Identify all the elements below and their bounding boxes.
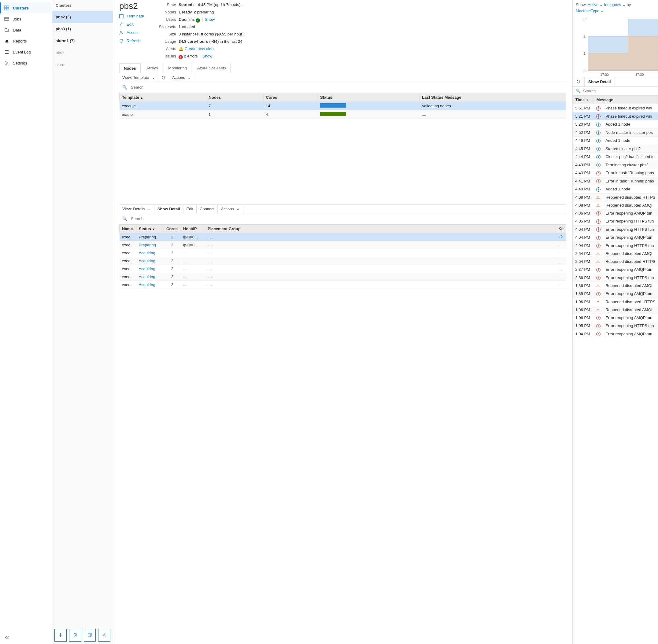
event-row[interactable]: 4:40 PMiAdded 1 node (573, 185, 658, 193)
event-row[interactable]: 4:05 PM!Error reopening HTTPS tun (573, 217, 658, 226)
col-name[interactable]: Name (119, 225, 136, 233)
event-row[interactable]: 4:06 PM!Error reopening AMQP tun (573, 209, 658, 217)
event-row[interactable]: 4:44 PMiCluster pbs2 has finished te (573, 153, 658, 161)
col-time[interactable]: Time (573, 96, 594, 104)
tab-monitoring[interactable]: Monitoring (164, 63, 191, 73)
col-cores[interactable]: Cores (164, 225, 181, 233)
lower-connect-button[interactable]: Connect (197, 205, 218, 213)
nav-clusters[interactable]: Clusters (0, 2, 52, 14)
event-row[interactable]: 4:43 PMiTerminating cluster pbs2 (573, 161, 658, 169)
event-row[interactable]: 5:20 PMiAdded 1 node (573, 120, 658, 129)
event-row[interactable]: 1:06 PM⚠Reopened disrupted HTTPS (573, 298, 658, 306)
lower-actions-dropdown[interactable]: Actions (218, 205, 243, 213)
upper-search-input[interactable] (130, 84, 563, 91)
nav-jobs[interactable]: Jobs (0, 14, 52, 24)
event-row[interactable]: 5:51 PM!Phase timeout expired whi (573, 104, 658, 113)
warning-icon: ⚠ (596, 283, 600, 288)
access-action[interactable]: Access (119, 29, 144, 36)
event-row[interactable]: 1:06 PM!Error reopening AMQP tun (573, 314, 658, 322)
cluster-settings-button[interactable] (98, 629, 110, 642)
node-row[interactable]: exec...Acquiring2............ (119, 281, 566, 289)
event-row[interactable]: 4:43 PM!Error in task "Running phas (573, 169, 658, 177)
cluster-item[interactable]: pbs1 (52, 47, 113, 59)
col-pg[interactable]: Placement Group (205, 225, 556, 233)
events-show-detail-button[interactable]: Show Detail (585, 77, 615, 87)
upper-refresh-button[interactable] (158, 74, 169, 82)
search-icon: 🔍 (122, 85, 127, 90)
events-refresh-button[interactable] (573, 77, 585, 87)
create-alert-link[interactable]: Create new alert (185, 46, 214, 51)
event-row[interactable]: 4:46 PMiAdded 1 node (573, 137, 658, 145)
node-row[interactable]: exec...Preparing2ip-0A0........... (119, 241, 566, 249)
event-row[interactable]: 4:52 PMiNode master in cluster pbs (573, 129, 658, 137)
tab-nodes[interactable]: Nodes (119, 63, 141, 73)
template-row[interactable]: execute714Validating nodes (119, 102, 566, 110)
cluster-item[interactable]: slurm (52, 59, 113, 71)
issues-show-link[interactable]: Show (202, 54, 212, 59)
event-row[interactable]: 2:54 PM⚠Reopened disrupted AMQI (573, 250, 658, 258)
col-lsm[interactable]: Last Status Message (419, 93, 566, 102)
event-row[interactable]: 4:41 PM!Error in task "Running phas (573, 177, 658, 185)
svg-rect-1 (7, 6, 9, 8)
terminate-action[interactable]: Terminate (119, 13, 144, 19)
event-row[interactable]: 4:04 PM!Error reopening HTTPS tun (573, 225, 658, 233)
events-search-input[interactable] (583, 89, 655, 93)
event-row[interactable]: 4:08 PM⚠Reopened disrupted HTTPS (573, 193, 658, 201)
event-row[interactable]: 2:54 PM⚠Reopened disrupted HTTPS (573, 258, 658, 266)
size-value: 3 instances, 8 cores ($0.55 per hour) (179, 31, 566, 37)
event-row[interactable]: 1:35 PM!Error reopening AMQP tun (573, 290, 658, 298)
lower-edit-button[interactable]: Edit (183, 205, 197, 213)
col-nodes[interactable]: Nodes (206, 93, 263, 102)
event-row[interactable]: 4:04 PM!Error reopening AMQP tun (573, 233, 658, 242)
jobs-icon (4, 17, 9, 21)
nav-settings[interactable]: Settings (0, 58, 52, 68)
nav-data[interactable]: Data (0, 24, 52, 36)
delete-cluster-button[interactable] (69, 629, 81, 642)
event-row[interactable]: 1:06 PM⚠Reopened disrupted AMQI (573, 306, 658, 314)
nav-collapse-button[interactable] (0, 631, 52, 644)
refresh-action[interactable]: Refresh (119, 38, 144, 44)
col-ke[interactable]: Ke (556, 225, 566, 233)
upper-actions-dropdown[interactable]: Actions (169, 73, 195, 82)
node-row[interactable]: exec...Acquiring2............ (119, 273, 566, 281)
filter-instances-dropdown[interactable]: Instances ⌄ (604, 2, 626, 7)
node-row[interactable]: exec...Acquiring2............ (119, 265, 566, 273)
col-message[interactable]: Message (594, 96, 658, 104)
event-row[interactable]: 1:05 PM!Error reopening HTTPS tun (573, 322, 658, 330)
event-row[interactable]: 4:08 PM⚠Reopened disrupted AMQI (573, 201, 658, 209)
event-row[interactable]: 2:37 PM!Error reopening AMQP tun (573, 266, 658, 274)
node-row[interactable]: exec...Acquiring2............ (119, 249, 566, 257)
event-row[interactable]: 1:36 PM⚠Reopened disrupted AMQI (573, 282, 658, 290)
col-status[interactable]: Status (318, 93, 419, 102)
upper-view-dropdown[interactable]: View: Template (119, 73, 158, 82)
users-show-link[interactable]: Show (205, 17, 215, 22)
filter-active-dropdown[interactable]: Active ⌄ (588, 2, 603, 7)
cluster-item[interactable]: slurm1 (7) (52, 35, 113, 47)
event-row[interactable]: 4:45 PMiStarted cluster pbs2 (573, 144, 658, 153)
event-row[interactable]: 5:21 PM!Phase timeout expired whi (573, 112, 658, 120)
col-status[interactable]: Status (136, 225, 164, 233)
lower-search-input[interactable] (130, 215, 563, 222)
node-row[interactable]: exec...Preparing2ip-0A0.......🛡 (119, 233, 566, 241)
node-row[interactable]: exec...Acquiring2............ (119, 257, 566, 265)
copy-cluster-button[interactable] (84, 629, 96, 642)
tab-scalesets[interactable]: Azure Scalesets (192, 63, 230, 73)
event-row[interactable]: 1:04 PM!Error reopening AMQP tun (573, 330, 658, 338)
edit-action[interactable]: Edit (119, 21, 144, 27)
cluster-item[interactable]: pbs3 (1) (52, 23, 113, 35)
cluster-item[interactable]: pbs2 (3) (52, 11, 113, 23)
col-host[interactable]: Host/IP (181, 225, 205, 233)
tab-arrays[interactable]: Arrays (142, 63, 163, 73)
filter-machinetype-dropdown[interactable]: MachineType ⌄ (576, 8, 604, 13)
template-row[interactable]: master14.... (119, 110, 566, 119)
svg-text:0: 0 (584, 69, 586, 73)
event-row[interactable]: 2:36 PM!Error reopening HTTPS tun (573, 274, 658, 282)
add-cluster-button[interactable] (54, 629, 67, 642)
nav-event-log[interactable]: Event Log (0, 46, 52, 58)
col-template[interactable]: Template (119, 93, 206, 102)
col-cores[interactable]: Cores (263, 93, 318, 102)
lower-view-dropdown[interactable]: View: Details (119, 205, 154, 213)
show-detail-button[interactable]: Show Detail (154, 205, 183, 213)
nav-reports[interactable]: Reports (0, 36, 52, 46)
event-row[interactable]: 4:04 PM!Error reopening HTTPS tun (573, 242, 658, 250)
